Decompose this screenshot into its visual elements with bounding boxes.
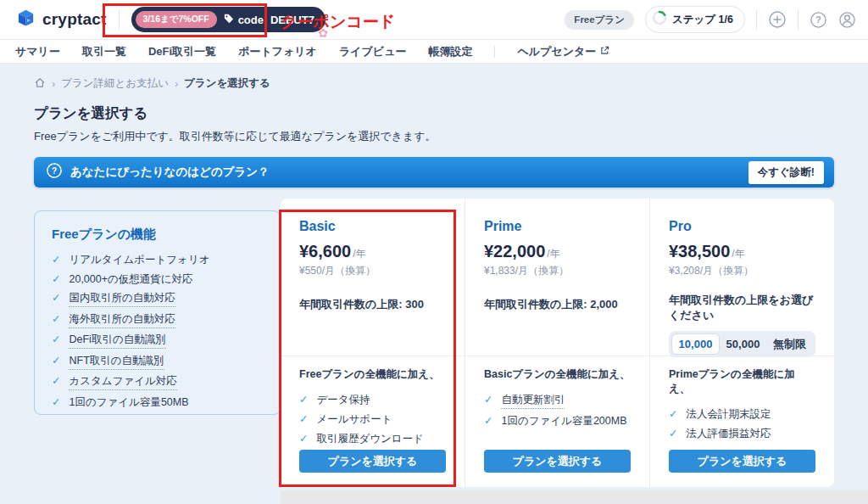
check-icon: ✓	[299, 393, 308, 407]
select-plan-button-prime[interactable]: プランを選択する	[484, 450, 631, 473]
pricing-section: Freeプランの機能 ✓リアルタイムポートフォリオ ✓20,000+の仮想通貨に…	[34, 199, 834, 487]
current-plan-badge: Freeプラン	[565, 10, 634, 30]
plan-name: Basic	[299, 219, 446, 234]
plan-monthly-price: ¥3,208/月（換算）	[669, 264, 815, 278]
plan-column-prime: Prime ¥22,000 /年 ¥1,833/月（換算） 年間取引件数の上限:…	[465, 199, 650, 487]
diagnose-now-button[interactable]: 今すぐ診断!	[748, 161, 824, 184]
user-account-icon[interactable]	[838, 11, 856, 29]
check-icon: ✓	[52, 253, 60, 267]
nav-item-defi-transactions[interactable]: DeFi取引一覧	[148, 44, 216, 59]
plan-feature: ✓取引履歴ダウンロード	[299, 432, 446, 446]
plan-feature: ✓自動更新割引	[484, 393, 631, 409]
banner-question: あなたにぴったりなのはどのプラン？	[70, 165, 270, 180]
plan-price-period: /年	[732, 247, 744, 261]
add-plus-icon[interactable]	[768, 10, 787, 29]
plan-addon-title: Basicプランの全機能に加え、	[484, 367, 631, 382]
main-content: › プラン詳細とお支払い › プランを選択する プランを選択する Freeプラン…	[0, 64, 868, 487]
plan-price-period: /年	[353, 247, 365, 261]
plan-feature: ✓メールサポート	[299, 412, 446, 427]
main-nav: サマリー 取引一覧 DeFi取引一覧 ポートフォリオ ライブビュー 帳簿設定 ヘ…	[0, 40, 868, 64]
free-feature: ✓リアルタイムポートフォリオ	[52, 253, 263, 267]
nav-item-portfolio[interactable]: ポートフォリオ	[238, 44, 317, 59]
paid-plans-card: Basic ¥6,600 /年 ¥550/月（換算） 年間取引件数の上限: 30…	[281, 199, 834, 487]
page-subtitle: Freeプランをご利用中です。取引件数等に応じて最適なプランを選択できます。	[34, 129, 834, 144]
free-feature: ✓カスタムファイル対応	[52, 374, 263, 390]
step-progress-pill[interactable]: ステップ 1/6	[645, 6, 745, 33]
breadcrumb: › プラン詳細とお支払い › プランを選択する	[34, 76, 834, 91]
pro-limit-option-unlimited[interactable]: 無制限	[766, 333, 813, 355]
step-label: ステップ 1/6	[672, 13, 733, 27]
pro-limit-option-10000[interactable]: 10,000	[671, 333, 720, 355]
nav-item-help-center[interactable]: ヘルプセンター	[517, 44, 609, 59]
coupon-deadline-badge: 3/16まで7%OFF	[136, 11, 217, 28]
check-icon: ✓	[52, 312, 60, 328]
free-feature: ✓DeFi取引の自動識別	[52, 333, 263, 349]
check-icon: ✓	[669, 407, 677, 422]
coupon-pill[interactable]: 3/16まで7%OFF code: DEBUT7 ✿	[131, 7, 326, 32]
plan-addon-title: Freeプランの全機能に加え、	[299, 367, 446, 382]
nav-divider	[494, 46, 495, 58]
cryptact-cube-icon	[15, 7, 36, 32]
nav-item-ledger-settings[interactable]: 帳簿設定	[428, 44, 472, 59]
tag-icon	[224, 14, 234, 26]
progress-ring-icon	[652, 10, 667, 29]
plan-price-period: /年	[547, 247, 559, 261]
check-icon: ✓	[299, 412, 308, 427]
breadcrumb-plan-details[interactable]: プラン詳細とお支払い	[61, 76, 169, 91]
page-title: プランを選択する	[34, 104, 834, 123]
select-plan-button-basic[interactable]: プランを選択する	[299, 450, 446, 473]
help-question-icon[interactable]: ?	[810, 11, 827, 29]
header-right: Freeプラン ステップ 1/6 ?	[565, 6, 856, 33]
check-icon: ✓	[299, 432, 308, 446]
brand-logo[interactable]: cryptact	[15, 7, 107, 32]
svg-text:?: ?	[52, 166, 57, 176]
nav-item-liveview[interactable]: ライブビュー	[339, 44, 407, 59]
plan-addon-title: Primeプランの全機能に加え、	[669, 367, 815, 396]
plan-transaction-limit: 年間取引件数の上限: 300	[299, 297, 446, 312]
header-divider	[756, 9, 757, 30]
external-link-icon	[600, 45, 609, 58]
brand-name: cryptact	[42, 10, 107, 29]
free-feature: ✓国内取引所の自動対応	[52, 291, 263, 307]
check-icon: ✓	[52, 395, 60, 410]
breadcrumb-current: プランを選択する	[184, 76, 270, 91]
plan-price: ¥22,000	[484, 242, 545, 261]
breadcrumb-separator: ›	[52, 78, 55, 90]
plan-feature: ✓法人評価損益対応	[669, 427, 815, 441]
check-icon: ✓	[52, 354, 60, 370]
check-icon: ✓	[52, 374, 60, 390]
question-badge-icon: ?	[46, 162, 63, 182]
plan-column-basic: Basic ¥6,600 /年 ¥550/月（換算） 年間取引件数の上限: 30…	[281, 199, 465, 487]
plan-name: Prime	[484, 219, 631, 234]
plan-feature: ✓1回のファイル容量200MB	[484, 414, 631, 428]
free-feature: ✓1回のファイル容量50MB	[52, 395, 263, 410]
breadcrumb-separator: ›	[175, 78, 178, 90]
check-icon: ✓	[669, 427, 677, 441]
diagnosis-banner[interactable]: ? あなたにぴったりなのはどのプラン？ 今すぐ診断!	[34, 157, 834, 188]
plan-price: ¥38,500	[669, 242, 730, 261]
free-plan-card: Freeプランの機能 ✓リアルタイムポートフォリオ ✓20,000+の仮想通貨に…	[34, 210, 281, 415]
plan-name: Pro	[669, 219, 815, 234]
nav-item-transactions[interactable]: 取引一覧	[82, 44, 126, 59]
bottom-gray-strip	[281, 490, 868, 504]
pro-limit-option-50000[interactable]: 50,000	[720, 333, 766, 355]
select-plan-button-pro[interactable]: プランを選択する	[669, 450, 815, 473]
svg-text:?: ?	[815, 14, 821, 25]
header-divider	[119, 9, 120, 30]
plan-limit-select-label: 年間取引件数の上限をお選びください	[669, 293, 815, 323]
header: cryptact 3/16まで7%OFF code: DEBUT7 ✿ Free…	[0, 0, 868, 40]
header-divider	[798, 9, 798, 30]
free-feature: ✓NFT取引の自動識別	[52, 354, 263, 370]
plan-transaction-limit: 年間取引件数の上限: 2,000	[484, 297, 631, 312]
nav-item-summary[interactable]: サマリー	[15, 44, 60, 59]
free-feature: ✓20,000+の仮想通貨に対応	[52, 272, 263, 287]
plan-feature: ✓データ保持	[299, 393, 446, 407]
coupon-code-label: code: DEBUT7	[224, 14, 314, 26]
home-icon[interactable]	[34, 77, 46, 91]
free-feature: ✓海外取引所の自動対応	[52, 312, 263, 328]
plan-monthly-price: ¥1,833/月（換算）	[484, 264, 631, 278]
plan-feature: ✓法人会計期末設定	[669, 407, 815, 422]
check-icon: ✓	[484, 393, 492, 409]
plan-monthly-price: ¥550/月（換算）	[299, 264, 446, 278]
sakura-flower-icon: ✿	[318, 26, 328, 40]
